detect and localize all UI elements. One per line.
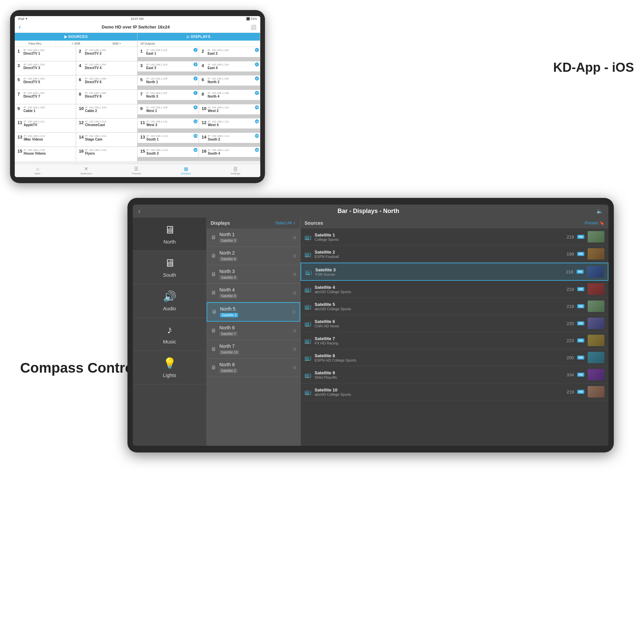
source-info: IP: 192.168.1.203DirectTV 3 bbox=[23, 63, 45, 70]
display-grid-item[interactable]: 4IP: 192.168.1.104East 4 bbox=[199, 61, 260, 71]
display-grid-item[interactable]: 16IP: 192.168.1.116South 4 bbox=[199, 147, 260, 157]
airplay-icon[interactable]: ⬜ bbox=[251, 24, 256, 30]
select-all-button[interactable]: Select All ✓ bbox=[275, 221, 296, 225]
display-list-item[interactable]: 🖥 North 8 Satellite 2 ⊟ bbox=[207, 359, 300, 377]
display-list-item[interactable]: 🖥 North 6 Satellite 7 ⊟ bbox=[207, 322, 300, 340]
display-grid-item[interactable]: 9IP: 192.168.1.109West 1 bbox=[138, 104, 199, 114]
source-list-item[interactable]: 📺 Satellite 10 abcHD College Sports 219 … bbox=[301, 383, 608, 400]
display-ip: IP: 192.168.1.113 bbox=[146, 135, 167, 138]
display-grid-item[interactable]: 3IP: 192.168.1.103East 3 bbox=[138, 61, 199, 71]
source-grid-item[interactable]: 10IP: 192.168.1.210Cable 2 bbox=[76, 104, 137, 118]
source-grid-item[interactable]: 5IP: 192.168.1.205DirectTV 5 bbox=[15, 75, 76, 90]
source-grid-item[interactable]: 12IP: 192.168.1.212ChromeCast bbox=[76, 118, 137, 132]
source-list-item[interactable]: 📺 Satellite 1 College Sports 219 HD bbox=[301, 228, 608, 246]
display-num: 14 bbox=[202, 135, 206, 140]
source-grid-item[interactable]: 8IP: 192.168.1.208DirectTV 8 bbox=[76, 90, 137, 104]
source-list-item[interactable]: 📺 Satellite 5 abcHD College Sports 219 H… bbox=[301, 298, 608, 315]
source-grid-item[interactable]: 4IP: 192.168.1.204DirectTV 4 bbox=[76, 61, 137, 75]
ipad2-back-button[interactable]: ‹ bbox=[138, 207, 141, 215]
source-list-item[interactable]: 📺 Satellite 3 FSN Soccer 218 HD bbox=[301, 263, 608, 281]
source-grid-item[interactable]: 13IP: 192.168.1.213iMac Videos bbox=[15, 133, 76, 147]
display-conn-icon: ⊟ bbox=[293, 290, 296, 295]
presets-button[interactable]: Presets 🔖 bbox=[585, 221, 604, 225]
source-channel-num: 219 bbox=[564, 234, 574, 239]
display-grid-item[interactable]: 8IP: 192.168.1.108North 4 bbox=[199, 90, 260, 100]
source-thumbnail bbox=[588, 283, 604, 295]
source-info: IP: 192.168.1.205DirectTV 5 bbox=[23, 77, 45, 84]
display-list-name: North 8 bbox=[219, 362, 289, 367]
source-list-sub: abcHD College Sports bbox=[315, 392, 560, 396]
ipad2-speaker-icon[interactable]: 🔈 bbox=[596, 208, 603, 214]
source-channel-num: 334 bbox=[564, 372, 574, 377]
display-list-item[interactable]: 🖥 North 3 Satellite 4 ⊟ bbox=[207, 265, 300, 284]
source-list-item[interactable]: 📺 Satellite 4 abcHD College Sports 219 H… bbox=[301, 281, 608, 298]
display-list-item[interactable]: 🖥 North 7 Satellite 10 ⊟ bbox=[207, 340, 300, 359]
bottom-tab-settings[interactable]: |||Settings bbox=[231, 166, 240, 175]
display-grid-item[interactable]: 2IP: 192.168.1.102East 2 bbox=[199, 47, 260, 57]
source-num: 3 bbox=[17, 63, 22, 68]
source-list-name: Satellite 7 bbox=[315, 336, 560, 341]
display-grid-item-wrapper: 8IP: 192.168.1.108North 48 bbox=[199, 90, 260, 104]
source-grid-item[interactable]: 14IP: 192.168.1.214Stage Cam bbox=[76, 133, 137, 147]
source-list-item[interactable]: 📺 Satellite 9 SNet Playoffs 334 HD bbox=[301, 366, 608, 383]
display-list-info: North 5 Satellite 3 bbox=[220, 306, 289, 318]
display-grid-item[interactable]: 11IP: 192.168.1.111West 3 bbox=[138, 118, 199, 128]
source-channel-num: 219 bbox=[564, 389, 574, 394]
bottom-tab-presets[interactable]: ☰Presets bbox=[132, 166, 141, 175]
sidebar-item-north[interactable]: 🖥North bbox=[133, 218, 206, 251]
source-grid-item[interactable]: 9IP: 192.168.1.209Cable 1 bbox=[15, 104, 76, 118]
source-grid-item[interactable]: 1IP: 192.168.1.201DirectTV 1 bbox=[15, 47, 76, 61]
sidebar-item-south[interactable]: 🖥South bbox=[133, 251, 206, 284]
display-grid-item[interactable]: 13IP: 192.168.1.113South 1 bbox=[138, 133, 199, 143]
source-list-item[interactable]: 📺 Satellite 8 ESPN HD College Sports 200… bbox=[301, 349, 608, 366]
source-ip: IP: 192.168.1.205 bbox=[23, 77, 45, 80]
sidebar-label-audio: Audio bbox=[163, 306, 176, 311]
source-grid-item[interactable]: 3IP: 192.168.1.203DirectTV 3 bbox=[15, 61, 76, 75]
display-grid-item[interactable]: 5IP: 192.168.1.105North 1 bbox=[138, 75, 199, 86]
source-channel-num: 219 bbox=[564, 287, 574, 292]
display-grid-item[interactable]: 6IP: 192.168.1.106North 2 bbox=[199, 75, 260, 86]
display-grid-item[interactable]: 12IP: 192.168.1.112West 4 bbox=[199, 118, 260, 128]
source-list-icon: 📺 bbox=[305, 372, 311, 378]
source-list-name: Satellite 6 bbox=[315, 319, 560, 324]
display-conn-icon: ⊟ bbox=[293, 272, 296, 277]
sidebar-item-audio[interactable]: 🔊Audio bbox=[133, 284, 206, 318]
source-list-item[interactable]: 📺 Satellite 6 CNN HD News 220 HD bbox=[301, 315, 608, 332]
display-grid-item[interactable]: 1IP: 192.168.1.101East 1 bbox=[138, 47, 199, 57]
display-grid-item[interactable]: 10IP: 192.168.1.110West 2 bbox=[199, 104, 260, 114]
hd-badge: HD bbox=[577, 356, 584, 360]
bottom-tab-bar: ⌂Main✕Switchers☰Presets▦Detailed|||Setti… bbox=[15, 164, 260, 177]
source-channel-num: 219 bbox=[564, 304, 574, 309]
passthru-btn[interactable]: Pass-thru bbox=[15, 41, 56, 47]
display-list-item[interactable]: 🖥 North 2 Satellite 8 ⊟ bbox=[207, 247, 300, 265]
display-list-item[interactable]: 🖥 North 5 Satellite 3 ⊟ bbox=[207, 302, 300, 322]
display-grid-item[interactable]: 14IP: 192.168.1.114South 2 bbox=[199, 133, 260, 143]
source-grid-item[interactable]: 11IP: 192.168.1.211AppleTV bbox=[15, 118, 76, 132]
bottom-tab-switchers[interactable]: ✕Switchers bbox=[80, 166, 92, 175]
source-grid-item[interactable]: 2IP: 192.168.1.202DirectTV 2 bbox=[76, 47, 137, 61]
display-grid-item[interactable]: 15IP: 192.168.1.115South 3 bbox=[138, 147, 199, 157]
back-button[interactable]: ‹ bbox=[19, 23, 21, 31]
display-grid-item[interactable]: 7IP: 192.168.1.107North 3 bbox=[138, 90, 199, 100]
source-num: 14 bbox=[79, 135, 84, 140]
display-info: IP: 192.168.1.105North 1 bbox=[146, 77, 167, 84]
source-grid-item[interactable]: 15IP: 192.168.1.215House Videos bbox=[15, 147, 76, 161]
sidebar-item-music[interactable]: ♪Music bbox=[133, 318, 206, 351]
shift-left-btn[interactable]: < Shift bbox=[56, 41, 97, 47]
source-grid-item[interactable]: 16IP: 192.168.1.216Flyers bbox=[76, 147, 137, 161]
display-list-item[interactable]: 🖥 North 1 Satellite 3 ⊟ bbox=[207, 228, 300, 247]
source-num: 6 bbox=[79, 77, 84, 82]
bottom-tab-main[interactable]: ⌂Main bbox=[35, 166, 40, 175]
source-list-item[interactable]: 📺 Satellite 7 FX HD Racing 223 HD bbox=[301, 332, 608, 349]
sidebar-item-lights[interactable]: 💡Lights bbox=[133, 351, 206, 384]
shift-right-btn[interactable]: Shift > bbox=[96, 41, 137, 47]
source-info: IP: 192.168.1.214Stage Cam bbox=[85, 135, 106, 141]
sidebar-icon-north: 🖥 bbox=[164, 224, 175, 236]
source-grid-item[interactable]: 7IP: 192.168.1.207DirectTV 7 bbox=[15, 90, 76, 104]
source-grid-item[interactable]: 6IP: 192.168.1.206DirectTV 6 bbox=[76, 75, 137, 90]
sources-grid: 1IP: 192.168.1.201DirectTV 12IP: 192.168… bbox=[15, 47, 137, 161]
source-list-item[interactable]: 📺 Satellite 2 ESPN Football 199 HD bbox=[301, 246, 608, 263]
display-list-item[interactable]: 🖥 North 4 Satellite 9 ⊟ bbox=[207, 284, 300, 302]
source-ip: IP: 192.168.1.202 bbox=[85, 49, 106, 52]
bottom-tab-detailed[interactable]: ▦Detailed bbox=[181, 166, 191, 175]
